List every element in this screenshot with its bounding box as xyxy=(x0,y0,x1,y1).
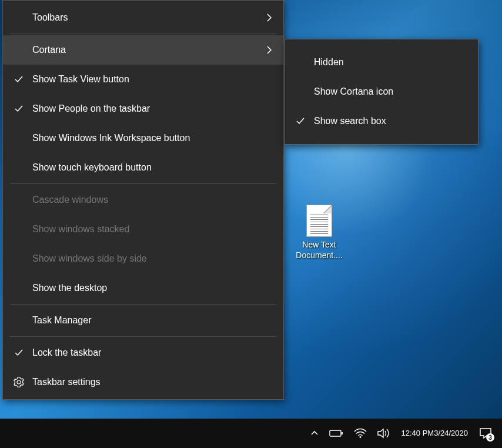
check-icon xyxy=(293,116,308,126)
menu-item-show-touch-keyboard[interactable]: Show touch keyboard button xyxy=(3,153,283,182)
menu-item-cascade-windows: Cascade windows xyxy=(3,185,283,215)
menu-label: Show Task View button xyxy=(26,74,275,85)
tray-volume-button[interactable] xyxy=(372,419,396,448)
notification-badge: 3 xyxy=(486,433,494,442)
tray-wifi-button[interactable] xyxy=(349,419,372,448)
menu-item-task-manager[interactable]: Task Manager xyxy=(3,306,283,335)
tray-overflow-button[interactable] xyxy=(305,419,324,448)
menu-item-show-task-view[interactable]: Show Task View button xyxy=(3,65,283,94)
menu-item-show-windows-side-by-side: Show windows side by side xyxy=(3,244,283,273)
chevron-right-icon xyxy=(263,46,275,54)
svg-rect-2 xyxy=(342,432,343,434)
menu-label: Show the desktop xyxy=(26,283,275,293)
svg-point-3 xyxy=(359,436,361,438)
submenu-item-show-cortana-icon[interactable]: Show Cortana icon xyxy=(285,77,478,106)
menu-label: Show People on the taskbar xyxy=(26,103,275,114)
menu-separator xyxy=(10,304,276,305)
menu-label: Taskbar settings xyxy=(26,377,275,387)
gear-icon xyxy=(11,377,26,387)
menu-separator xyxy=(10,183,276,184)
tray-clock[interactable]: 12:40 PM 3/24/2020 xyxy=(396,419,474,448)
menu-label: Lock the taskbar xyxy=(26,347,275,358)
clock-time: 12:40 PM xyxy=(401,428,434,439)
menu-item-show-the-desktop[interactable]: Show the desktop xyxy=(3,273,283,303)
check-icon xyxy=(11,75,26,84)
menu-item-lock-the-taskbar[interactable]: Lock the taskbar xyxy=(3,338,283,367)
wifi-icon xyxy=(354,428,367,439)
chevron-up-icon xyxy=(310,429,319,437)
menu-label: Cortana xyxy=(26,45,263,55)
check-icon xyxy=(11,348,26,357)
menu-label: Show Windows Ink Workspace button xyxy=(26,133,275,143)
submenu-item-show-search-box[interactable]: Show search box xyxy=(285,106,478,136)
menu-label: Show windows side by side xyxy=(26,253,275,264)
taskbar-context-menu: Toolbars Cortana Show Task View button S… xyxy=(2,0,284,400)
clock-date: 3/24/2020 xyxy=(434,428,468,439)
menu-item-show-windows-stacked: Show windows stacked xyxy=(3,215,283,244)
svg-rect-1 xyxy=(330,430,341,436)
menu-label: Cascade windows xyxy=(26,195,275,205)
speaker-icon xyxy=(377,427,390,439)
menu-separator xyxy=(10,34,276,34)
check-icon xyxy=(11,104,26,113)
menu-label: Hidden xyxy=(308,57,470,68)
menu-label: Show touch keyboard button xyxy=(26,162,275,173)
cortana-submenu: Hidden Show Cortana icon Show search box xyxy=(284,39,478,145)
text-file-icon xyxy=(306,205,332,237)
menu-item-taskbar-settings[interactable]: Taskbar settings xyxy=(3,367,283,397)
desktop-icon-label: New TextDocument.... xyxy=(296,239,342,260)
notification-icon: 3 xyxy=(479,427,492,439)
menu-label: Show search box xyxy=(308,116,470,126)
battery-icon xyxy=(329,429,343,438)
menu-separator xyxy=(10,336,276,337)
menu-item-cortana[interactable]: Cortana xyxy=(3,35,283,65)
desktop-icon-new-text-document[interactable]: New TextDocument.... xyxy=(293,205,346,260)
menu-label: Show Cortana icon xyxy=(308,86,470,97)
menu-label: Task Manager xyxy=(26,315,275,326)
menu-item-show-ink-workspace[interactable]: Show Windows Ink Workspace button xyxy=(3,123,283,153)
menu-item-toolbars[interactable]: Toolbars xyxy=(3,3,283,32)
tray-action-center-button[interactable]: 3 xyxy=(474,419,497,448)
menu-item-show-people[interactable]: Show People on the taskbar xyxy=(3,94,283,123)
chevron-right-icon xyxy=(263,14,275,22)
menu-label: Show windows stacked xyxy=(26,224,275,235)
submenu-item-hidden[interactable]: Hidden xyxy=(285,48,478,77)
tray-battery-button[interactable] xyxy=(324,419,349,448)
menu-label: Toolbars xyxy=(26,12,263,23)
taskbar: 12:40 PM 3/24/2020 3 xyxy=(0,419,502,448)
